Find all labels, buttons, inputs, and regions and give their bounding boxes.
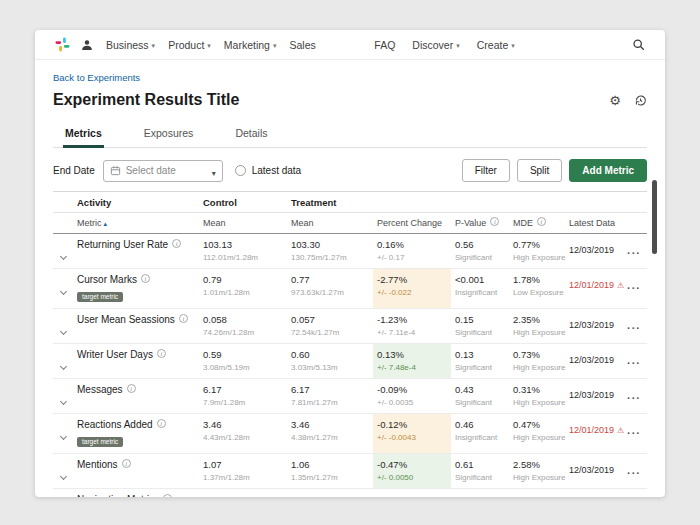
row-actions-button[interactable]	[627, 463, 641, 480]
info-icon[interactable]	[179, 314, 188, 323]
info-icon[interactable]	[157, 349, 166, 358]
metric-name: Mentions	[77, 459, 118, 470]
app-window: Business Product Marketing Sales FAQ Dis…	[35, 30, 665, 497]
info-icon[interactable]	[157, 419, 166, 428]
table-row: Returning User Rate 103.13112.01m/1.28m …	[53, 234, 647, 269]
page-title: Experiment Results Title	[53, 91, 239, 109]
chevron-down-icon	[212, 162, 216, 180]
row-expander-icon[interactable]	[59, 398, 66, 405]
back-to-experiments-link[interactable]: Back to Experiments	[53, 72, 140, 83]
row-expander-icon[interactable]	[59, 288, 66, 295]
control-mean: 6.17	[203, 384, 283, 395]
latest-date: 12/01/2019	[569, 280, 614, 290]
info-icon[interactable]	[127, 384, 136, 393]
add-metric-button[interactable]: Add Metric	[569, 159, 647, 182]
percent-change-sub: +/- 0.17	[377, 253, 447, 262]
row-expander-icon[interactable]	[59, 328, 66, 335]
row-expander-icon[interactable]	[59, 473, 66, 480]
latest-data-cell: 12/03/2019	[565, 234, 621, 269]
treatment-sub: 130.75m/1.27m	[291, 253, 369, 262]
row-actions-button[interactable]	[627, 318, 641, 335]
percent-change-sub: +/- -0.022	[377, 288, 447, 297]
treatment-sub: 4.38m/1.27m	[291, 433, 369, 442]
table-row: User Mean Seassions 0.05874.26m/1.28m 0.…	[53, 309, 647, 344]
filter-button[interactable]: Filter	[462, 159, 510, 182]
scrollbar-thumb[interactable]	[652, 180, 657, 254]
row-actions-button[interactable]	[627, 423, 641, 440]
p-value: 0.46	[455, 419, 505, 430]
info-icon[interactable]	[172, 239, 181, 248]
percent-change-value: -1.23%	[377, 314, 447, 325]
history-icon[interactable]	[634, 94, 647, 107]
row-expander-icon[interactable]	[59, 253, 66, 260]
nav-item-discover[interactable]: Discover	[412, 39, 459, 51]
p-value: 0.56	[455, 239, 505, 250]
percent-change-sub: +/- 7.48e-4	[377, 363, 447, 372]
table-row: Reactions Added target metric 3.464.43m/…	[53, 414, 647, 454]
row-actions-button[interactable]	[627, 353, 641, 370]
info-icon[interactable]	[163, 494, 172, 497]
settings-gear-icon[interactable]: ⚙	[609, 94, 621, 107]
mde-label: Low Exposure	[513, 288, 561, 297]
percent-change-cell: -0.09%+/- 0.0035	[373, 379, 451, 414]
tab-metrics[interactable]: Metrics	[63, 120, 104, 148]
percent-change-value: 0.13%	[377, 349, 447, 360]
date-select-input[interactable]: Select date	[103, 160, 223, 182]
date-placeholder: Select date	[126, 165, 176, 176]
info-icon[interactable]	[490, 217, 499, 226]
latest-data-checkbox[interactable]	[235, 165, 246, 176]
warning-icon	[617, 426, 624, 435]
column-header-metric[interactable]: Metric	[73, 213, 199, 234]
user-icon[interactable]	[81, 39, 93, 51]
percent-change-cell: 0.13%+/- 7.48e-4	[373, 344, 451, 379]
row-expander-icon[interactable]	[59, 433, 66, 440]
tab-details[interactable]: Details	[233, 120, 269, 148]
treatment-sub: 72.54k/1.27m	[291, 328, 369, 337]
control-sub: 3.08m/5.19m	[203, 363, 283, 372]
latest-data-cell: 12/03/2019	[565, 454, 621, 489]
mde-value: 0.47%	[513, 419, 561, 430]
row-expander-icon[interactable]	[59, 363, 66, 370]
nav-item-marketing[interactable]: Marketing	[224, 39, 277, 51]
nav-item-create[interactable]: Create	[477, 39, 515, 51]
table-row: Cursor Marks target metric 0.791.01m/1.2…	[53, 269, 647, 309]
nav-item-business[interactable]: Business	[106, 39, 155, 51]
mde-label: High Exposure	[513, 473, 561, 482]
split-button[interactable]: Split	[517, 159, 562, 182]
row-actions-button[interactable]	[627, 243, 641, 260]
p-value-label: Insignificant	[455, 433, 505, 442]
info-icon[interactable]	[141, 274, 150, 283]
percent-change-cell: -1.23%+/- 7.11e-4	[373, 309, 451, 344]
treatment-mean: 103.30	[291, 239, 369, 250]
top-navbar: Business Product Marketing Sales FAQ Dis…	[35, 30, 665, 60]
row-actions-button[interactable]	[627, 278, 641, 295]
chevron-down-icon	[149, 39, 156, 51]
metric-name: Cursor Marks	[77, 274, 137, 285]
slack-logo-icon[interactable]	[55, 37, 70, 52]
nav-item-faq[interactable]: FAQ	[374, 39, 395, 51]
control-mean: 0.58	[203, 494, 283, 497]
target-metric-badge: target metric	[77, 437, 123, 448]
p-value: 0.61	[455, 459, 505, 470]
nav-item-sales[interactable]: Sales	[289, 39, 315, 51]
metric-name: Reactions Added	[77, 419, 153, 430]
calendar-icon	[110, 165, 121, 176]
mde-value: 0.73%	[513, 349, 561, 360]
metric-name: User Mean Seassions	[77, 314, 175, 325]
row-actions-button[interactable]	[627, 388, 641, 405]
info-icon[interactable]	[122, 459, 131, 468]
p-value-label: Significant	[455, 363, 505, 372]
info-icon[interactable]	[537, 217, 546, 226]
mde-label: High Exposure	[513, 433, 561, 442]
percent-change-sub: +/- 0.0050	[377, 473, 447, 482]
mde-label: High Exposure	[513, 363, 561, 372]
tab-exposures[interactable]: Exposures	[142, 120, 196, 148]
treatment-mean: 1.06	[291, 459, 369, 470]
search-icon[interactable]	[632, 38, 645, 51]
latest-date: 12/03/2019	[569, 390, 614, 400]
percent-change-cell: -0.47%+/- 0.0050	[373, 454, 451, 489]
chevron-down-icon	[204, 39, 211, 51]
p-value-label: Significant	[455, 473, 505, 482]
nav-item-product[interactable]: Product	[168, 39, 211, 51]
latest-date: 12/03/2019	[569, 320, 614, 330]
